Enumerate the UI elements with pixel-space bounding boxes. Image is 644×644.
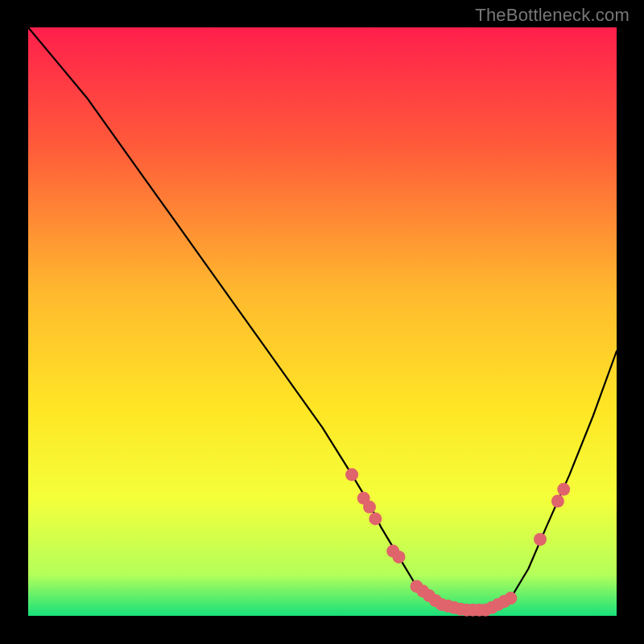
- svg-point-8: [534, 533, 547, 546]
- chart-container: TheBottleneck.com: [0, 0, 644, 644]
- svg-rect-1: [28, 27, 617, 616]
- chart-svg: [0, 0, 644, 644]
- svg-point-10: [557, 483, 570, 496]
- svg-point-7: [393, 551, 406, 564]
- svg-point-2: [345, 469, 358, 481]
- svg-point-9: [551, 495, 564, 508]
- svg-point-5: [369, 512, 382, 525]
- svg-point-26: [504, 592, 517, 605]
- svg-point-4: [363, 501, 376, 514]
- watermark-text: TheBottleneck.com: [475, 5, 630, 26]
